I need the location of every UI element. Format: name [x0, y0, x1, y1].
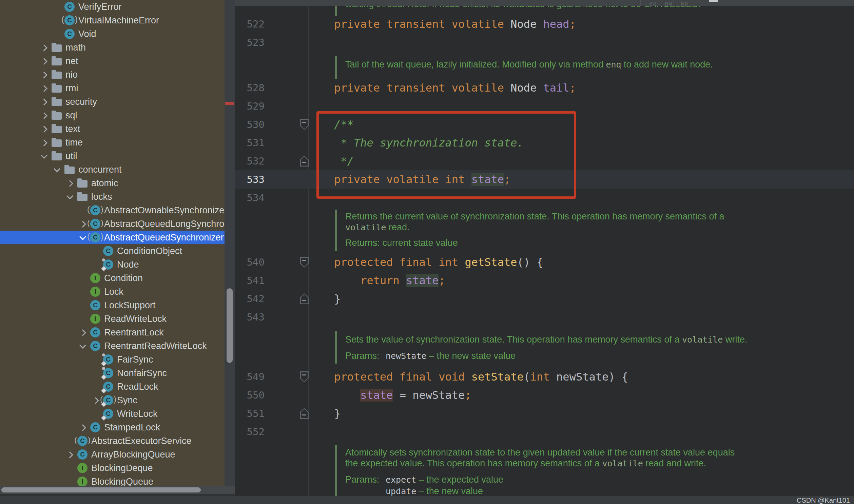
line-number[interactable]: 528 — [235, 79, 265, 97]
sidebar-item-StampedLock[interactable]: CStampedLock — [0, 420, 224, 434]
sidebar-item-locks[interactable]: locks — [0, 190, 224, 203]
sidebar-item-label: ReentrantReadWriteLock — [104, 341, 207, 352]
sidebar-item-Sync[interactable]: CSync — [0, 393, 224, 407]
sidebar-item-ReentrantLock[interactable]: CReentrantLock — [0, 326, 224, 339]
editor-line-523[interactable]: 523 — [235, 33, 854, 52]
marker-dot-icon — [102, 367, 105, 370]
chevron-right-icon[interactable] — [64, 448, 76, 461]
sidebar-item-atomic[interactable]: atomic — [0, 176, 224, 190]
line-number[interactable]: 543 — [235, 308, 265, 326]
editor-line-541[interactable]: 541 return state; — [235, 271, 854, 290]
sidebar-item-VirtualMachineError[interactable]: CVirtualMachineError — [0, 14, 224, 27]
chevron-down-icon[interactable] — [64, 190, 76, 203]
line-number[interactable]: 522 — [235, 15, 265, 33]
line-number[interactable]: 549 — [235, 368, 265, 386]
fold-start-icon[interactable] — [300, 257, 309, 268]
line-number[interactable]: 523 — [235, 33, 265, 52]
fold-end-icon[interactable] — [300, 156, 309, 166]
fold-end-icon[interactable] — [300, 293, 309, 304]
line-number[interactable]: 534 — [235, 188, 265, 207]
sidebar-item-ReentrantReadWriteLock[interactable]: CReentrantReadWriteLock — [0, 339, 224, 353]
fold-start-icon[interactable] — [300, 119, 309, 130]
chevron-right-icon[interactable] — [38, 95, 51, 109]
sidebar-item-time[interactable]: time — [0, 136, 224, 149]
chevron-right-icon[interactable] — [77, 420, 89, 434]
chevron-right-icon[interactable] — [77, 326, 89, 339]
sidebar-vertical-scrollbar[interactable] — [226, 288, 233, 363]
editor-line-551[interactable]: 551 } — [235, 404, 854, 422]
line-number[interactable]: 542 — [235, 290, 265, 308]
sidebar-item-ArrayBlockingQueue[interactable]: CArrayBlockingQueue — [0, 448, 224, 461]
chevron-right-icon[interactable] — [38, 122, 51, 136]
chevron-down-icon[interactable] — [38, 149, 51, 163]
chevron-right-icon[interactable] — [38, 109, 51, 122]
sidebar-item-VerifyError[interactable]: CVerifyError — [0, 0, 224, 14]
sidebar-item-Lock[interactable]: ILock — [0, 285, 224, 299]
sidebar-item-math[interactable]: math — [0, 41, 224, 54]
chevron-right-icon[interactable] — [38, 68, 51, 82]
sidebar-item-Void[interactable]: CVoid — [0, 27, 224, 41]
line-number[interactable]: 551 — [235, 404, 265, 422]
editor-line-543[interactable]: 543 — [235, 308, 854, 326]
code-editor[interactable]: 00 00 00 waiting thread. Note: If head e… — [235, 0, 854, 504]
editor-line-540[interactable]: 540 protected final int getState() { — [235, 253, 854, 271]
chevron-right-icon[interactable] — [38, 41, 51, 54]
fold-end-icon[interactable] — [300, 408, 309, 419]
line-number[interactable]: 531 — [235, 133, 265, 152]
editor-line-550[interactable]: 550 state = newState; — [235, 386, 854, 404]
sidebar-item-ReadWriteLock[interactable]: IReadWriteLock — [0, 312, 224, 326]
sidebar-item-Condition[interactable]: ICondition — [0, 271, 224, 285]
class-icon: C — [63, 27, 76, 41]
sidebar-item-AbstractOwnableSynchronizer[interactable]: CAbstractOwnableSynchronizer — [0, 203, 224, 217]
sidebar-item-text[interactable]: text — [0, 122, 224, 136]
line-number[interactable]: 550 — [235, 386, 265, 404]
sidebar-item-AbstractExecutorService[interactable]: CAbstractExecutorService — [0, 434, 224, 448]
chevron-right-icon[interactable] — [38, 136, 51, 149]
chevron-down-icon[interactable] — [77, 339, 89, 353]
line-number[interactable]: 541 — [235, 271, 265, 290]
sidebar-item-LockSupport[interactable]: CLockSupport — [0, 299, 224, 312]
sidebar-item-rmi[interactable]: rmi — [0, 82, 224, 95]
visibility-diamond-icon — [101, 375, 107, 380]
chevron-right-icon[interactable] — [64, 176, 76, 190]
editor-line-549[interactable]: 549 protected final void setState(int ne… — [235, 368, 854, 386]
line-number[interactable]: 532 — [235, 152, 265, 170]
editor-line-552[interactable]: 552 — [235, 422, 854, 441]
sidebar-item-security[interactable]: security — [0, 95, 224, 109]
sidebar-item-BlockingQueue[interactable]: IBlockingQueue — [0, 475, 224, 486]
editor-top-bar: 00 00 00 — [235, 0, 854, 6]
sidebar-item-NonfairSync[interactable]: CNonfairSync — [0, 366, 224, 380]
sidebar-item-Node[interactable]: CNode — [0, 258, 224, 271]
chevron-down-icon[interactable] — [51, 163, 63, 176]
sidebar-item-util[interactable]: util — [0, 149, 224, 163]
line-number[interactable]: 529 — [235, 97, 265, 115]
chevron-right-icon[interactable] — [38, 82, 51, 95]
editor-line-528[interactable]: 528 private transient volatile Node tail… — [235, 79, 854, 97]
editor-line-522[interactable]: 522 private transient volatile Node head… — [235, 15, 854, 33]
line-number[interactable]: 530 — [235, 115, 265, 133]
sidebar-item-AbstractQueuedLongSynchronizer[interactable]: CAbstractQueuedLongSynchronizer — [0, 217, 224, 231]
line-number[interactable]: 552 — [235, 422, 265, 441]
editor-line-542[interactable]: 542 } — [235, 290, 854, 308]
folder-icon — [51, 68, 63, 82]
sidebar-item-concurrent[interactable]: concurrent — [0, 163, 224, 176]
fold-start-icon[interactable] — [300, 372, 309, 382]
sidebar-horizontal-scrollbar[interactable] — [1, 487, 201, 492]
sidebar-item-AbstractQueuedSynchronizer[interactable]: CAbstractQueuedSynchronizer — [0, 231, 224, 244]
line-number[interactable]: 533 — [235, 170, 265, 188]
sidebar-item-ReadLock[interactable]: CReadLock — [0, 380, 224, 393]
sidebar-item-BlockingDeque[interactable]: IBlockingDeque — [0, 461, 224, 475]
javadoc-param: Params:newState – the new state value — [345, 350, 515, 361]
chevron-right-icon[interactable] — [38, 54, 51, 68]
javadoc-param: update – the new value — [345, 486, 483, 497]
line-number[interactable]: 540 — [235, 253, 265, 271]
sidebar-item-nio[interactable]: nio — [0, 68, 224, 82]
javadoc-bar — [335, 331, 337, 364]
code-text: state = newState; — [308, 386, 471, 404]
sidebar-item-WriteLock[interactable]: CWriteLock — [0, 407, 224, 420]
sidebar-item-ConditionObject[interactable]: CConditionObject — [0, 244, 224, 258]
sidebar-item-FairSync[interactable]: CFairSync — [0, 353, 224, 366]
chevron-placeholder — [90, 407, 102, 420]
sidebar-item-sql[interactable]: sql — [0, 109, 224, 122]
sidebar-item-net[interactable]: net — [0, 54, 224, 68]
